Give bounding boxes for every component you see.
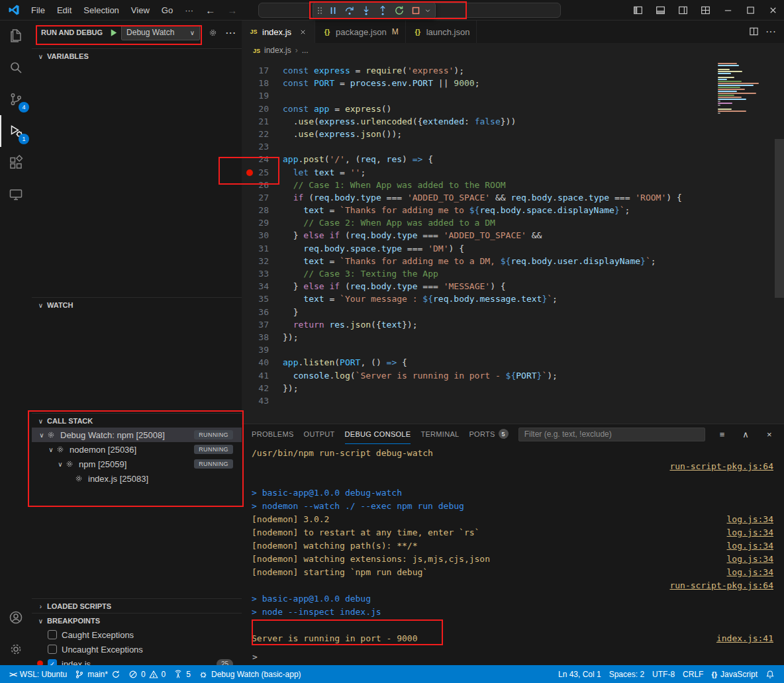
tab-package-json[interactable]: {}package.jsonM (315, 20, 406, 43)
tab-launch-json[interactable]: {}launch.json (406, 20, 477, 43)
breakpoints-section-header[interactable]: ∨ BREAKPOINTS (32, 613, 242, 628)
call-stack-row[interactable]: index.js [25083] (32, 471, 242, 486)
menu-selection[interactable]: Selection (77, 1, 124, 20)
activity-explorer[interactable] (0, 20, 32, 52)
breakpoint-row[interactable]: Caught Exceptions (32, 627, 242, 642)
close-panel-icon[interactable]: × (762, 427, 776, 441)
code-line[interactable]: 35 text = `Your message : ${req.body.mes… (242, 293, 784, 305)
step-out-button[interactable] (374, 3, 391, 18)
code-line[interactable]: 23 (242, 140, 784, 153)
more-actions-icon[interactable]: ··· (765, 26, 776, 38)
code-line[interactable]: 31 req.body.space.type === 'DM') { (242, 242, 784, 255)
console-line[interactable]: /usr/bin/npm run-script debug-watch (242, 447, 784, 460)
code-line[interactable]: 19 (242, 89, 784, 102)
panel-tab-output[interactable]: OUTPUT (304, 424, 335, 444)
console-line[interactable] (242, 619, 784, 632)
watch-section-header[interactable]: ∨ WATCH (32, 297, 242, 312)
status-debug-session[interactable]: Debug Watch (basic-app) (195, 665, 305, 683)
console-line[interactable]: run-script-pkg.js:64 (242, 579, 784, 592)
chevron-down-icon[interactable] (424, 3, 432, 18)
console-line[interactable]: [nodemon] to restart at any time, enter … (242, 526, 784, 539)
code-line[interactable]: 39 (242, 343, 784, 356)
layout-right-button[interactable] (671, 0, 694, 20)
activity-extensions[interactable] (0, 147, 32, 179)
layout-left-button[interactable] (626, 0, 649, 20)
status-problems[interactable]: 00 (124, 665, 170, 683)
breadcrumb[interactable]: JS index.js › ... (242, 43, 784, 58)
code-line[interactable]: 41 console.log(`Server is running in por… (242, 369, 784, 382)
breakpoint-row[interactable]: Uncaught Exceptions (32, 642, 242, 657)
panel-tab-ports[interactable]: PORTS5 (469, 424, 508, 444)
console-line[interactable]: [nodemon] watching path(s): **/*log.js:3… (242, 539, 784, 553)
console-line[interactable]: [nodemon] starting `npm run debug`log.js… (242, 566, 784, 579)
code-line[interactable]: 29 // Case 2: When App was added to a DM (242, 216, 784, 229)
code-line[interactable]: 17const express = require('express'); (242, 64, 784, 77)
console-line[interactable]: Server is running in port - 9000index.js… (242, 632, 784, 645)
code-line[interactable]: 33 // Case 3: Texting the App (242, 267, 784, 280)
debug-console-output[interactable]: /usr/bin/npm run-script debug-watchrun-s… (242, 444, 784, 649)
code-line[interactable]: 38}); (242, 331, 784, 343)
variables-section-header[interactable]: ∨ VARIABLES (32, 48, 242, 64)
maximize-button[interactable] (739, 0, 761, 20)
panel-tab-problems[interactable]: PROBLEMS (252, 424, 294, 444)
code-line[interactable]: 30 } else if (req.body.type === 'ADDED_T… (242, 229, 784, 242)
source-link[interactable]: index.js:41 (716, 632, 773, 645)
activity-run-and-debug[interactable]: 1 (0, 115, 32, 147)
source-link[interactable]: log.js:34 (727, 539, 773, 553)
close-win-button[interactable] (761, 0, 784, 20)
code-line[interactable]: 21 .use(express.urlencoded({extended: fa… (242, 115, 784, 128)
code-line[interactable]: 37 return res.json({text}); (242, 318, 784, 331)
call-stack-row[interactable]: ∨npm [25059]RUNNING (32, 457, 242, 471)
console-line[interactable]: > node --inspect index.js (242, 606, 784, 619)
debug-settings-gear-icon[interactable] (208, 27, 218, 38)
code-line[interactable]: 18const PORT = process.env.PORT || 9000; (242, 77, 784, 89)
code-line[interactable]: 26 // Case 1: When App was added to the … (242, 179, 784, 191)
debug-console-filter-input[interactable] (518, 428, 705, 441)
status-encoding[interactable]: UTF-8 (648, 665, 679, 683)
maximize-panel-icon[interactable]: ∧ (739, 427, 753, 441)
code-line[interactable]: 22 .use(express.json()); (242, 128, 784, 140)
activity-search[interactable] (0, 52, 32, 83)
source-link[interactable]: log.js:34 (727, 526, 773, 539)
step-into-button[interactable] (358, 3, 374, 18)
code-line[interactable]: 40app.listen(PORT, () => { (242, 356, 784, 369)
source-link[interactable]: run-script-pkg.js:64 (669, 460, 773, 473)
editor-scrollbar[interactable] (775, 139, 784, 298)
console-line[interactable]: [nodemon] watching extensions: js,mjs,cj… (242, 553, 784, 566)
breakpoint-row[interactable]: ✓index.js25 (32, 657, 242, 665)
panel-tab-terminal[interactable]: TERMINAL (420, 424, 459, 444)
console-line[interactable]: > nodemon --watch ./ --exec npm run debu… (242, 500, 784, 513)
console-views-icon[interactable]: ≡ (715, 427, 729, 441)
breakpoint-checkbox[interactable] (48, 630, 57, 639)
nav-forward-button[interactable]: → (221, 5, 243, 16)
launch-config-select[interactable]: Debug Watch ∨ (121, 25, 200, 40)
status-language-mode[interactable]: {}JavaScript (707, 665, 761, 683)
console-line[interactable] (242, 473, 784, 486)
menu-more[interactable]: ··· (179, 1, 199, 20)
stop-button[interactable] (407, 3, 424, 18)
activity-source-control[interactable]: 4 (0, 83, 32, 115)
breakpoint-checkbox[interactable]: ✓ (48, 659, 57, 665)
code-line[interactable]: 34 } else if (req.body.type === 'MESSAGE… (242, 280, 784, 293)
status-indentation[interactable]: Spaces: 2 (605, 665, 648, 683)
code-line[interactable]: 43 (242, 394, 784, 407)
status-remote-indicator[interactable]: ><WSL: Ubuntu (5, 665, 71, 683)
start-debugging-icon[interactable] (109, 28, 119, 38)
split-editor-icon[interactable] (749, 26, 759, 36)
code-editor[interactable]: 17const express = require('express');18c… (242, 58, 784, 424)
call-stack-row[interactable]: ∨nodemon [25036]RUNNING (32, 442, 242, 457)
activity-remote-explorer[interactable] (0, 179, 32, 210)
code-line[interactable]: 36 } (242, 306, 784, 318)
status-git-branch[interactable]: main* (71, 665, 124, 683)
status-cursor-position[interactable]: Ln 43, Col 1 (554, 665, 605, 683)
code-line[interactable]: 28 text = `Thanks for adding me to ${req… (242, 204, 784, 216)
layout-panel-button[interactable] (649, 0, 671, 20)
breakpoint-dot[interactable] (246, 169, 253, 176)
menu-view[interactable]: View (125, 1, 156, 20)
code-line[interactable]: 27 if (req.body.type === 'ADDED_TO_SPACE… (242, 191, 784, 204)
console-line[interactable]: > basic-app@1.0.0 debug (242, 592, 784, 606)
source-link[interactable]: log.js:34 (727, 513, 773, 526)
code-line[interactable]: 42}); (242, 382, 784, 394)
code-line[interactable]: 32 text = `Thanks for adding me to a DM,… (242, 255, 784, 267)
restart-button[interactable] (391, 3, 407, 18)
